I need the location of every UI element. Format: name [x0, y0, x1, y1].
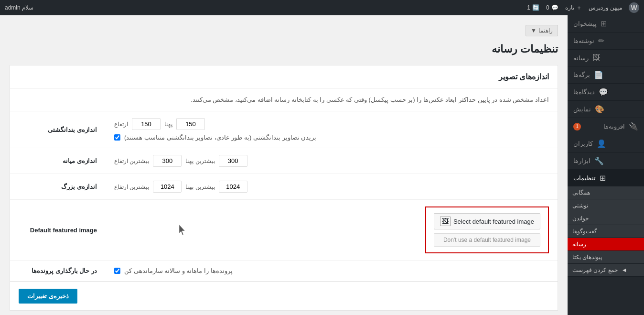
- admin-menu: ⊞ پیشخوان ✏ نوشته‌ها 🖼 رسانه 📄 ب: [568, 15, 644, 277]
- submenu-permalinks[interactable]: پیوندهای یکتا: [568, 251, 644, 264]
- thumbnail-height-input[interactable]: [132, 118, 161, 130]
- comments-button[interactable]: 💬 0: [546, 4, 558, 11]
- sidebar-item-media[interactable]: 🖼 رسانه: [568, 50, 644, 66]
- admin-bar: W میهن وردپرس ＋ تازه 💬 0 🔄 1 سلام admin: [0, 0, 644, 15]
- large-row: بیشترین پهنا بیشترین ارتفاع اندازه‌ی بزر…: [10, 174, 558, 200]
- default-featured-row: Select default featured image 🖼 Don't us…: [10, 200, 558, 261]
- comments-icon: 💬: [599, 87, 608, 97]
- breadcrumb: راهنما ▼: [10, 25, 558, 36]
- large-width-input[interactable]: [219, 181, 247, 193]
- thumbnail-crop-label: بریدن تصاویر بندانگشتی (به طور عادی، تصا…: [124, 134, 316, 141]
- wp-logo-icon[interactable]: W: [629, 2, 639, 13]
- submenu-collapse[interactable]: ◄ جمع کردن فهرست: [568, 264, 644, 277]
- adminbar-left: سلام admin: [5, 4, 33, 11]
- sidebar-item-dashboard[interactable]: ⊞ پیشخوان: [568, 15, 644, 33]
- uploading-organize-checkbox[interactable]: [114, 268, 120, 274]
- updates-button[interactable]: 🔄 1: [527, 4, 539, 11]
- tools-icon: 🔧: [594, 156, 604, 165]
- settings-submenu: همگانی نوشتی خواندن: [568, 186, 644, 277]
- submit-row: ذخیره‌ی تغییرات: [10, 282, 558, 310]
- submenu-discussion[interactable]: گفت‌وگوها: [568, 225, 644, 238]
- select-featured-image-button[interactable]: Select default featured image 🖼: [434, 213, 540, 229]
- thumbnail-inputs: پهنا ارتفاع: [114, 118, 549, 130]
- large-max-width-label: بیشترین پهنا: [185, 184, 215, 190]
- submenu-general[interactable]: همگانی: [568, 186, 644, 199]
- featured-image-box: Select default featured image 🖼 Don't us…: [425, 206, 549, 253]
- medium-max-height-label: بیشترین ارتفاع: [114, 158, 149, 164]
- thumbnail-height-label: ارتفاع: [114, 121, 128, 128]
- image-sizes-title: اندازه‌های تصویر: [10, 65, 558, 88]
- large-label-cell: اندازه‌ی بزرگ: [10, 174, 106, 200]
- large-max-height-label: بیشترین ارتفاع: [114, 184, 149, 190]
- posts-icon: ✏: [598, 36, 604, 45]
- plugins-badge: 1: [573, 123, 581, 130]
- submenu-writing[interactable]: نوشتی: [568, 199, 644, 212]
- settings-table: پهنا ارتفاع بریدن تصاویر بندانگشتی (به ط…: [10, 111, 558, 282]
- image-sizes-description: اعداد مشخص شده در پایین حداکثر ابعاد عکس…: [10, 88, 558, 111]
- default-featured-label: Default featured image: [10, 200, 106, 261]
- page-title: تنظیمات رسانه: [10, 43, 558, 55]
- medium-width-input[interactable]: [219, 155, 247, 167]
- site-name[interactable]: میهن وردپرس: [589, 4, 622, 11]
- image-select-icon: 🖼: [440, 217, 451, 226]
- uploading-checkbox-row: پرونده‌ها را ماهانه و سالانه سازماندهی ک…: [114, 267, 549, 274]
- large-height-input[interactable]: [153, 181, 182, 193]
- thumbnail-label-cell: اندازه‌ی بندانگشتی: [10, 111, 106, 148]
- appearance-icon: 🎨: [595, 105, 604, 114]
- sidebar-item-plugins[interactable]: 🔌 افزونه‌ها 1: [568, 118, 644, 135]
- thumbnail-width-label: پهنا: [164, 121, 172, 128]
- submenu-reading[interactable]: خواندن: [568, 212, 644, 225]
- thumbnail-row: پهنا ارتفاع بریدن تصاویر بندانگشتی (به ط…: [10, 111, 558, 148]
- uploading-organize-label: پرونده‌ها را ماهانه و سالانه سازماندهی ک…: [124, 267, 233, 274]
- thumbnail-width-input[interactable]: [176, 118, 205, 130]
- media-icon: 🖼: [592, 54, 600, 62]
- uploading-label-cell: در حال بارگذاری پرونده‌ها: [10, 261, 106, 282]
- adminbar-right: W میهن وردپرس ＋ تازه 💬 0 🔄 1: [527, 2, 639, 13]
- settings-icon: ⊞: [600, 174, 606, 183]
- thumbnail-crop-checkbox[interactable]: [114, 134, 120, 141]
- dashboard-icon: ⊞: [601, 19, 607, 28]
- sidebar-item-tools[interactable]: 🔧 ابزارها: [568, 152, 644, 170]
- medium-row: بیشترین پهنا بیشترین ارتفاع اندازه‌ی میا…: [10, 148, 558, 174]
- new-content-button[interactable]: ＋ تازه: [565, 4, 582, 12]
- users-icon: 👤: [597, 139, 606, 148]
- plugins-icon: 🔌: [629, 122, 638, 131]
- user-greeting[interactable]: سلام admin: [5, 4, 33, 11]
- main-content: راهنما ▼ تنظیمات رسانه اندازه‌های تصویر …: [0, 15, 568, 315]
- sidebar-item-pages[interactable]: 📄 برگه‌ها: [568, 66, 644, 84]
- wp-wrap: ⊞ پیشخوان ✏ نوشته‌ها 🖼 رسانه 📄 ب: [0, 15, 644, 315]
- no-default-image-button[interactable]: Don't use a default featured image: [434, 233, 540, 247]
- medium-height-input[interactable]: [153, 155, 182, 167]
- help-button[interactable]: راهنما ▼: [526, 25, 558, 36]
- comment-icon: 💬: [551, 4, 558, 11]
- submenu-media[interactable]: رسانه: [568, 238, 644, 251]
- sidebar-item-appearance[interactable]: 🎨 نمایش: [568, 101, 644, 118]
- chevron-down-icon: ▼: [531, 27, 537, 34]
- medium-max-width-label: بیشترین پهنا: [185, 158, 215, 164]
- plus-icon: ＋: [576, 4, 582, 12]
- sidebar-item-users[interactable]: 👤 کاربران: [568, 135, 644, 152]
- save-button[interactable]: ذخیره‌ی تغییرات: [19, 289, 77, 304]
- medium-inputs: بیشترین پهنا بیشترین ارتفاع: [114, 155, 549, 167]
- large-inputs: بیشترین پهنا بیشترین ارتفاع: [114, 181, 549, 193]
- thumbnail-crop-row: بریدن تصاویر بندانگشتی (به طور عادی، تصا…: [114, 134, 549, 141]
- settings-form: اندازه‌های تصویر اعداد مشخص شده در پایین…: [10, 65, 558, 311]
- sidebar-item-settings[interactable]: ⊞ تنظیمات همگانی نوشتی: [568, 170, 644, 277]
- uploading-row: پرونده‌ها را ماهانه و سالانه سازماندهی ک…: [10, 261, 558, 282]
- sidebar-item-comments[interactable]: 💬 دیدگاه‌ها: [568, 84, 644, 101]
- medium-label-cell: اندازه‌ی میانه: [10, 148, 106, 174]
- sidebar-item-posts[interactable]: ✏ نوشته‌ها: [568, 33, 644, 50]
- pages-icon: 📄: [594, 70, 603, 79]
- collapse-arrow-icon: ◄: [622, 267, 627, 273]
- sidebar: ⊞ پیشخوان ✏ نوشته‌ها 🖼 رسانه 📄 ب: [568, 15, 644, 315]
- update-icon: 🔄: [532, 4, 539, 11]
